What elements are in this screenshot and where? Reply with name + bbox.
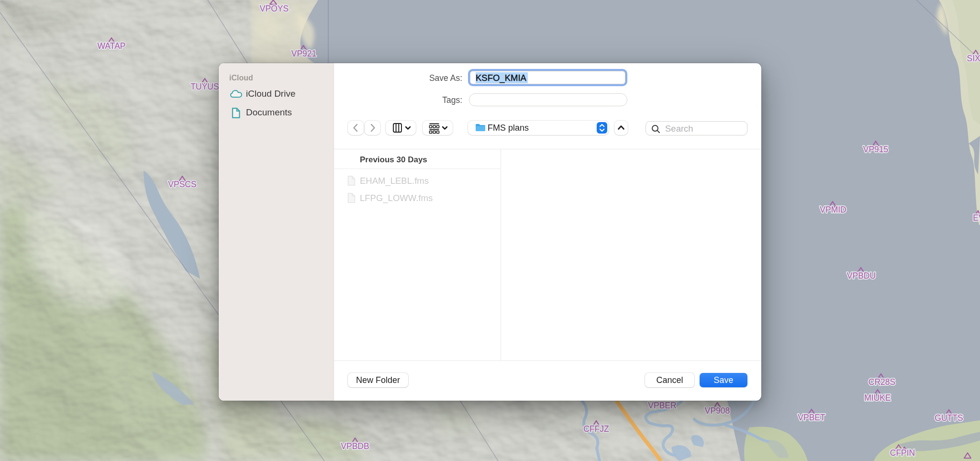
svg-text:MIUKE: MIUKE bbox=[864, 393, 891, 403]
svg-text:VPBDB: VPBDB bbox=[341, 441, 369, 451]
svg-text:VP908: VP908 bbox=[705, 406, 730, 416]
svg-text:VPMID: VPMID bbox=[820, 205, 846, 214]
svg-text:GUTTS: GUTTS bbox=[935, 413, 963, 423]
svg-text:SIXD: SIXD bbox=[967, 54, 980, 63]
svg-text:CFPIN: CFPIN bbox=[890, 448, 915, 458]
svg-text:VPBDU: VPBDU bbox=[847, 271, 876, 281]
svg-text:VP915: VP915 bbox=[863, 145, 889, 154]
svg-text:CR28S: CR28S bbox=[869, 377, 895, 387]
svg-text:VPBET: VPBET bbox=[798, 413, 825, 422]
svg-text:WATAP: WATAP bbox=[98, 41, 126, 51]
svg-text:CFFJZ: CFFJZ bbox=[583, 424, 609, 434]
svg-text:VPBER: VPBER bbox=[648, 401, 676, 410]
svg-text:VPSCS: VPSCS bbox=[168, 180, 196, 189]
svg-text:VP921: VP921 bbox=[291, 49, 317, 58]
svg-text:TUYUS: TUYUS bbox=[190, 82, 219, 91]
svg-text:EV: EV bbox=[973, 213, 980, 223]
svg-text:VPOYS: VPOYS bbox=[260, 4, 289, 13]
